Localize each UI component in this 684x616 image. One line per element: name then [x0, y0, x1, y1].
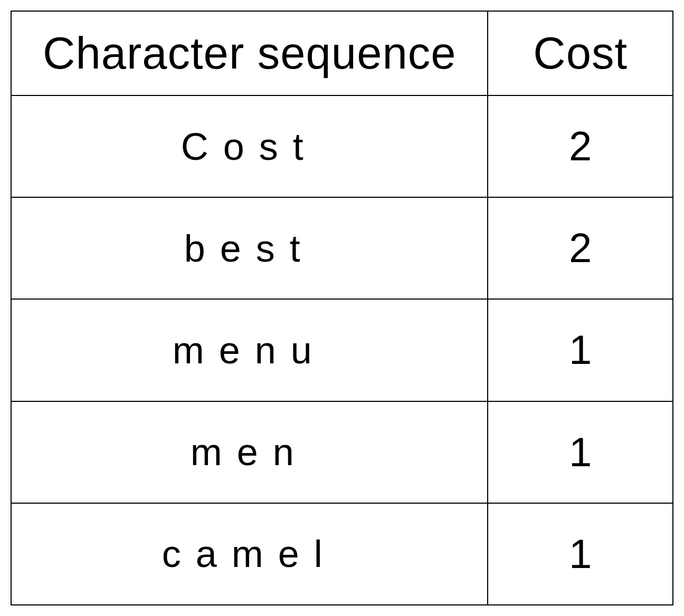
table-header-row: Character sequence Cost [11, 11, 673, 95]
cost-text: 2 [569, 123, 592, 169]
cost-cell: 2 [488, 197, 673, 299]
sequence-text: men [191, 431, 309, 473]
table-row: Cost 2 [11, 95, 673, 197]
sequence-cell: camel [11, 503, 488, 605]
sequence-text: menu [173, 329, 327, 371]
cost-cell: 1 [488, 299, 673, 401]
header-cost: Cost [488, 11, 673, 95]
cost-text: 1 [569, 531, 592, 577]
sequence-text: camel [162, 533, 337, 575]
cost-cell: 2 [488, 95, 673, 197]
sequence-text: Cost [181, 126, 318, 168]
sequence-cell: best [11, 197, 488, 299]
sequence-text: best [184, 227, 315, 270]
sequence-cell: menu [11, 299, 488, 401]
sequence-cell: Cost [11, 95, 488, 197]
table-row: camel 1 [11, 503, 673, 605]
cost-text: 2 [569, 225, 592, 271]
character-sequence-table: Character sequence Cost Cost 2 best 2 me… [11, 11, 673, 605]
table-row: menu 1 [11, 299, 673, 401]
cost-cell: 1 [488, 503, 673, 605]
cost-text: 1 [569, 429, 592, 475]
cost-cell: 1 [488, 401, 673, 503]
cost-text: 1 [569, 326, 592, 373]
sequence-cell: men [11, 401, 488, 503]
table-row: men 1 [11, 401, 673, 503]
header-sequence: Character sequence [11, 11, 488, 95]
table-row: best 2 [11, 197, 673, 299]
